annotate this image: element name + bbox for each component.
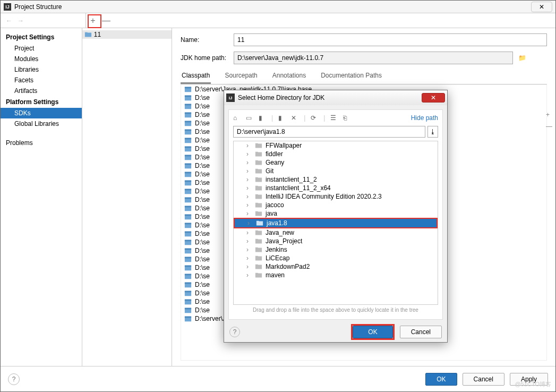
sidebar-item-facets[interactable]: Facets	[1, 75, 82, 86]
tree-node[interactable]: ›Git	[234, 167, 438, 175]
modal-close-button[interactable]: ✕	[422, 93, 445, 103]
chevron-right-icon: ›	[246, 176, 252, 183]
tree-node[interactable]: ›instantclient_11_2_x64	[234, 184, 438, 192]
directory-tree[interactable]: ›FFWallpaper›fiddler›Geany›Git›instantcl…	[233, 141, 438, 305]
browse-folder-icon[interactable]: 📁	[518, 54, 528, 62]
svg-rect-43	[185, 266, 191, 267]
modal-body: ⌂ ▭ ▮ | ▮ ✕ | ⟳ | ☰ ⎗ Hide path ⭳ ›FFWal…	[228, 109, 443, 320]
folder-icon	[255, 142, 262, 149]
apply-button[interactable]: Apply	[510, 373, 548, 386]
tab-classpath[interactable]: Classpath	[181, 70, 211, 84]
sidebar-item-libraries[interactable]: Libraries	[1, 64, 82, 75]
tree-node[interactable]: ›Geany	[234, 158, 438, 167]
library-icon	[184, 86, 192, 93]
tree-node[interactable]: ›LiCEcap	[234, 254, 438, 262]
modal-cancel-button[interactable]: Cancel	[400, 326, 442, 338]
window-close-button[interactable]: ✕	[531, 2, 552, 12]
classpath-entry-label: D:\se	[195, 272, 210, 280]
name-label: Name:	[181, 36, 228, 44]
drag-drop-hint: Drag and drop a file into the space abov…	[233, 305, 438, 315]
classpath-remove-button[interactable]: —	[546, 123, 552, 130]
refresh-icon[interactable]: ⟳	[311, 114, 318, 122]
sidebar-item-sdks[interactable]: SDKs	[1, 108, 82, 118]
classpath-entry-label: D:\se	[195, 145, 210, 152]
tree-node[interactable]: ›FFWallpaper	[234, 141, 438, 150]
classpath-entry-label: D:\se	[195, 162, 210, 169]
tree-node[interactable]: ›instantclient_11_2	[234, 175, 438, 184]
tab-annotations[interactable]: Annotations	[271, 70, 307, 84]
library-icon	[184, 289, 192, 297]
folder-icon	[84, 31, 92, 38]
library-icon	[184, 230, 192, 237]
svg-rect-31	[185, 215, 191, 216]
home-icon[interactable]: ⌂	[233, 114, 241, 122]
select-home-directory-dialog: IJ Select Home Directory for JDK ✕ ⌂ ▭ ▮…	[224, 90, 448, 343]
desktop-icon[interactable]: ▭	[246, 114, 253, 122]
folder-icon	[255, 184, 262, 192]
add-sdk-button[interactable]: +	[89, 16, 97, 25]
collapse-icon[interactable]: ⎗	[343, 114, 350, 122]
ok-button[interactable]: OK	[425, 373, 457, 386]
classpath-entry-label: D:\se	[195, 154, 210, 161]
sidebar-item-project[interactable]: Project	[1, 43, 82, 54]
svg-rect-35	[185, 232, 191, 233]
jdk-home-label: JDK home path:	[181, 54, 228, 62]
settings-sidebar: Project Settings Project Modules Librari…	[1, 28, 82, 366]
sidebar-item-problems[interactable]: Problems	[1, 138, 82, 148]
new-folder-icon[interactable]: ▮	[278, 114, 286, 122]
classpath-entry-label: D:\se	[195, 306, 210, 314]
sdk-item-11[interactable]: 11	[82, 30, 172, 39]
tab-documentation[interactable]: Documentation Paths	[320, 70, 383, 84]
chevron-right-icon: ›	[246, 184, 252, 192]
tree-node[interactable]: ›IntelliJ IDEA Community Edition 2020.2.…	[234, 192, 438, 201]
svg-rect-37	[185, 240, 191, 242]
svg-rect-29	[185, 206, 191, 208]
sidebar-item-modules[interactable]: Modules	[1, 54, 82, 64]
show-hidden-icon[interactable]: ☰	[330, 114, 338, 122]
tree-node[interactable]: ›maven	[234, 271, 438, 279]
tree-node-selected[interactable]: ›java1.8	[234, 218, 438, 228]
cancel-button[interactable]: Cancel	[463, 373, 504, 386]
tab-sourcepath[interactable]: Sourcepath	[224, 70, 258, 84]
tree-toolbar: + —	[86, 16, 113, 25]
tree-node[interactable]: ›java	[234, 209, 438, 218]
modal-help-button[interactable]: ?	[229, 327, 240, 337]
project-icon[interactable]: ▮	[259, 114, 266, 122]
tree-node[interactable]: ›Jenkins	[234, 245, 438, 254]
tree-node[interactable]: ›fiddler	[234, 150, 438, 158]
tree-node[interactable]: ›Java_new	[234, 228, 438, 237]
tree-node-label: Git	[266, 167, 273, 175]
chevron-right-icon: ›	[246, 201, 252, 209]
path-history-button[interactable]: ⭳	[427, 126, 438, 138]
sdk-tabs: Classpath Sourcepath Annotations Documen…	[181, 70, 547, 84]
path-input[interactable]	[233, 126, 425, 138]
tree-node[interactable]: ›jacoco	[234, 201, 438, 209]
svg-rect-55	[185, 317, 191, 318]
remove-sdk-button[interactable]: —	[102, 16, 109, 25]
chevron-right-icon: ›	[246, 246, 252, 253]
folder-icon	[255, 159, 262, 166]
library-icon	[184, 111, 192, 118]
tree-node-label: IntelliJ IDEA Community Edition 2020.2.3	[266, 193, 382, 200]
topbar: ← → + —	[1, 13, 555, 28]
delete-icon[interactable]: ✕	[291, 114, 298, 122]
svg-rect-9	[185, 121, 191, 123]
help-button[interactable]: ?	[8, 373, 20, 385]
library-icon	[184, 264, 192, 271]
modal-ok-button[interactable]: OK	[353, 326, 392, 338]
sidebar-item-artifacts[interactable]: Artifacts	[1, 86, 82, 96]
tree-node[interactable]: ›MarkdownPad2	[234, 262, 438, 271]
classpath-entry-label: D:\se	[195, 230, 210, 237]
modal-title: Select Home Directory for JDK	[238, 94, 324, 101]
library-icon	[184, 196, 192, 203]
name-input[interactable]	[234, 33, 547, 46]
library-icon	[184, 128, 192, 135]
forward-arrow-icon[interactable]: →	[18, 17, 24, 24]
hide-path-link[interactable]: Hide path	[411, 114, 438, 122]
back-arrow-icon[interactable]: ←	[6, 17, 12, 24]
library-icon	[184, 213, 192, 220]
jdk-home-input[interactable]	[234, 52, 513, 64]
tree-node[interactable]: ›Java_Project	[234, 237, 438, 245]
classpath-add-button[interactable]: +	[546, 111, 552, 118]
sidebar-item-global-libraries[interactable]: Global Libraries	[1, 118, 82, 129]
